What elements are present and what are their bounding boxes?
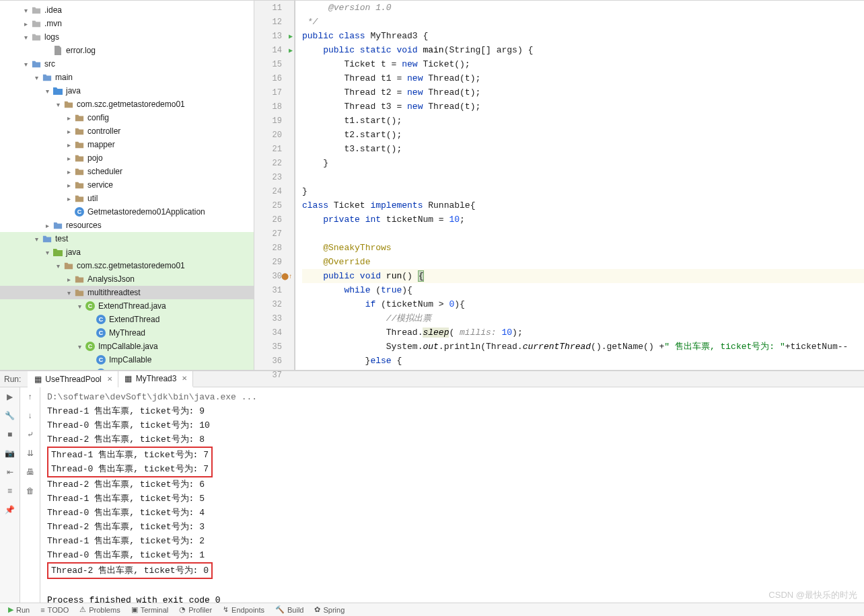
gutter-line[interactable]: 32: [254, 297, 294, 311]
code-line[interactable]: t2.start();: [302, 128, 864, 142]
tree-item[interactable]: ▸AnalysisJson: [0, 272, 254, 286]
gutter-line[interactable]: 25: [254, 198, 294, 213]
softwrap-icon[interactable]: ⤶: [24, 428, 37, 441]
code-line[interactable]: System.out.println(Thread.currentThread(…: [302, 340, 864, 354]
tree-arrow-icon[interactable]: ▾: [65, 289, 73, 297]
console-output[interactable]: D:\software\devSoft\jdk\bin\java.exe ...…: [40, 387, 864, 603]
gutter-line[interactable]: 24: [254, 184, 294, 198]
status-profiler[interactable]: ◔ Profiler: [179, 605, 212, 614]
status-spring[interactable]: ✿ Spring: [314, 605, 345, 614]
code-line[interactable]: }: [302, 184, 864, 198]
tree-item[interactable]: ▾test: [0, 232, 254, 245]
tree-arrow-icon[interactable]: ▸: [65, 141, 73, 149]
tree-item[interactable]: error.log: [0, 44, 254, 57]
print-icon[interactable]: 🖶: [24, 465, 37, 479]
status-problems[interactable]: ⚠ Problems: [79, 605, 120, 614]
run-tab[interactable]: ▦UseThreadPool✕: [28, 371, 118, 387]
status-todo[interactable]: ≡ TODO: [40, 606, 69, 614]
tree-arrow-icon[interactable]: ▾: [75, 303, 83, 310]
tree-item[interactable]: CGetmetastoredemo01Application: [0, 205, 254, 219]
gutter-line[interactable]: 16: [254, 71, 294, 85]
code-line[interactable]: @Override: [302, 255, 864, 269]
layout-icon[interactable]: ≡: [3, 484, 17, 498]
run-tab[interactable]: ▦MyThread3✕: [118, 371, 194, 387]
code-line[interactable]: }: [302, 156, 864, 170]
tree-item[interactable]: ▾com.szc.getmetastoredemo01: [0, 259, 254, 272]
tree-item[interactable]: ▾>.idea: [0, 3, 254, 17]
tree-item[interactable]: ▾CExtendThread.java: [0, 299, 254, 313]
gutter-line[interactable]: 28: [254, 241, 294, 255]
gutter-line[interactable]: 17: [254, 85, 294, 100]
code-editor[interactable]: @version 1.0 */public class MyThread3 { …: [295, 1, 864, 370]
tree-item[interactable]: CMyThread: [0, 326, 254, 340]
gutter-line[interactable]: 35: [254, 340, 294, 354]
tree-item[interactable]: CMythread2: [0, 367, 254, 370]
code-line[interactable]: //模拟出票: [302, 311, 864, 325]
run-gutter-icon[interactable]: ▶: [289, 32, 293, 40]
wrench-icon[interactable]: 🔧: [3, 409, 17, 422]
code-line[interactable]: @SneakyThrows: [302, 241, 864, 255]
gutter-line[interactable]: 22: [254, 156, 294, 170]
override-gutter-icon[interactable]: ⬤↑: [281, 272, 293, 280]
tree-item[interactable]: ▸mapper: [0, 138, 254, 151]
tree-arrow-icon[interactable]: ▸: [65, 155, 73, 162]
tree-item[interactable]: ▸util: [0, 192, 254, 205]
code-line[interactable]: */: [302, 15, 864, 29]
tree-item[interactable]: ▾com.szc.getmetastoredemo01: [0, 98, 254, 111]
code-line[interactable]: [302, 227, 864, 241]
stop-button[interactable]: ■: [3, 428, 17, 441]
gutter-line[interactable]: 27: [254, 227, 294, 241]
tree-arrow-icon[interactable]: ▸: [22, 20, 30, 28]
gutter-line[interactable]: 19: [254, 114, 294, 128]
run-gutter-icon[interactable]: ▶: [289, 46, 293, 54]
gutter-line[interactable]: 34: [254, 325, 294, 340]
tree-item[interactable]: ▾java: [0, 245, 254, 259]
code-line[interactable]: [302, 170, 864, 184]
tree-arrow-icon[interactable]: ▾: [22, 61, 30, 68]
project-tree[interactable]: ▾>.idea▸>.mvn▾>logserror.log▾src▾main▾ja…: [0, 1, 254, 370]
gutter-line[interactable]: 37: [254, 368, 294, 382]
scroll-icon[interactable]: ⇊: [24, 447, 37, 460]
exit-icon[interactable]: ⇤: [3, 465, 17, 479]
tree-item[interactable]: CExtendThread: [0, 313, 254, 326]
gutter-line[interactable]: 31: [254, 283, 294, 297]
code-line[interactable]: while (true){: [302, 283, 864, 297]
gutter-line[interactable]: 26: [254, 213, 294, 227]
gutter-line[interactable]: 12: [254, 15, 294, 29]
code-line[interactable]: public void run() {: [302, 269, 864, 283]
gutter-line[interactable]: 18: [254, 100, 294, 114]
code-line[interactable]: Thread t2 = new Thread(t);: [302, 85, 864, 100]
tree-arrow-icon[interactable]: ▾: [43, 249, 51, 256]
tree-item[interactable]: ▸>.mvn: [0, 17, 254, 30]
tree-arrow-icon[interactable]: ▸: [65, 168, 73, 176]
tree-item[interactable]: CImpCallable: [0, 353, 254, 367]
gutter-line[interactable]: 30⬤↑: [254, 269, 294, 283]
tree-item[interactable]: ▾src: [0, 57, 254, 71]
tree-item[interactable]: ▸scheduler: [0, 165, 254, 178]
tree-item[interactable]: ▸controller: [0, 124, 254, 138]
gutter-line[interactable]: 29: [254, 255, 294, 269]
code-line[interactable]: class Ticket implements Runnable{: [302, 198, 864, 213]
tree-item[interactable]: ▾>logs: [0, 30, 254, 44]
gutter-line[interactable]: 33: [254, 311, 294, 325]
tree-item[interactable]: ▾multithreadtest: [0, 286, 254, 299]
tree-arrow-icon[interactable]: ▾: [32, 74, 40, 81]
tree-arrow-icon[interactable]: ▾: [54, 101, 62, 108]
gutter-line[interactable]: 13▶: [254, 29, 294, 43]
tree-arrow-icon[interactable]: ▸: [65, 128, 73, 135]
camera-icon[interactable]: 📷: [3, 447, 17, 460]
tree-arrow-icon[interactable]: ▾: [32, 235, 40, 243]
status-endpoints[interactable]: ↯ Endpoints: [223, 605, 264, 614]
tree-arrow-icon[interactable]: ▾: [75, 343, 83, 350]
trash-icon[interactable]: 🗑: [24, 484, 37, 498]
gutter-line[interactable]: 14▶: [254, 43, 294, 57]
code-line[interactable]: Thread.sleep( millis: 10);: [302, 325, 864, 340]
gutter-line[interactable]: 15: [254, 57, 294, 71]
tree-arrow-icon[interactable]: ▸: [65, 195, 73, 202]
code-line[interactable]: t3.start();: [302, 142, 864, 156]
close-icon[interactable]: ✕: [107, 375, 112, 383]
tree-arrow-icon[interactable]: ▸: [65, 276, 73, 283]
tree-arrow-icon[interactable]: ▾: [22, 34, 30, 41]
tree-arrow-icon[interactable]: ▾: [43, 87, 51, 95]
code-line[interactable]: public class MyThread3 {: [302, 29, 864, 43]
